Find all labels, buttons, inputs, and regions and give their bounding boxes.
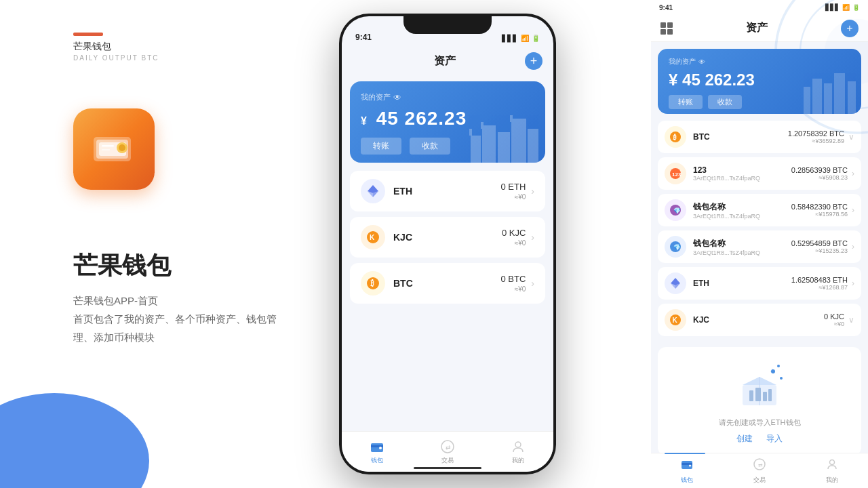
right-wallet2-balance: 0.52954859 BTC ≈¥15235.23 [791,239,848,254]
right-kjc-arrow-icon: ∨ [848,315,854,325]
right-status-icons: ▋▋▋ 📶 🔋 [825,4,860,11]
right-asset-card: 我的资产 👁 ¥ 45 262.23 转账 收款 [658,49,861,114]
svg-point-24 [379,447,382,449]
empty-state-text: 请先创建或导入ETH钱包 [669,418,850,428]
svg-text:K: K [673,317,678,324]
phone-coin-eth[interactable]: ETH 0 ETH ≈¥0 › [350,171,545,211]
right-add-button[interactable]: + [841,20,859,37]
phone-status-time: 9:41 [355,33,372,42]
right-wallet-nav-label: 钱包 [681,476,693,485]
svg-rect-61 [682,463,692,465]
phone-nav-tx[interactable]: ⇄ 交易 [439,439,456,465]
svg-text:₿: ₿ [370,279,374,287]
tx-nav-label: 交易 [441,456,454,465]
phone-receive-button[interactable]: 收款 [410,138,450,155]
right-kjc-info: KJC [693,315,824,325]
right-nav-active-indicator [665,453,705,454]
btc-name: BTC [393,278,500,289]
phone-coin-kjc[interactable]: K KJC 0 KJC ≈¥0 › [350,217,545,258]
phone-nav-wallet[interactable]: 钱包 [369,439,385,465]
phone-asset-card: 我的资产 👁 ¥ 45 262.23 转账 收款 [350,81,545,163]
right-panel: 9:41 ▋▋▋ 📶 🔋 资产 + 我的资产 👁 ¥ 45 262.23 转账 … [651,0,868,488]
signal-icon: ▋▋▋ [502,35,518,42]
svg-text:💎: 💎 [673,207,682,215]
phone-coin-list: ETH 0 ETH ≈¥0 › K KJC 0 [342,171,553,431]
btc-info: BTC [393,278,500,289]
right-coin-wallet2[interactable]: 💎 钱包名称 3ArEQt1R8...TsZ4fpaRQ 0.52954859 … [658,230,861,263]
svg-point-27 [515,442,521,447]
right-header: 资产 + [651,15,868,42]
svg-rect-35 [848,81,856,114]
right-coin-wallet1[interactable]: 💎 钱包名称 3ArEQt1R8...TsZ4fpaRQ 0.58482390 … [658,194,861,226]
right-123-info: 123 3ArEQt1R8...TsZ4fpaRQ [693,165,791,182]
right-wallet2-logo: 💎 [665,236,686,258]
wallet-nav-label: 钱包 [371,456,383,465]
svg-text:⇄: ⇄ [446,444,451,451]
subtitle-group: 芒果钱包 DAILY OUTPUT BTC [73,41,159,62]
phone-nav-profile[interactable]: 我的 [510,439,526,465]
btc-balance: 0 BTC ≈¥0 [500,274,526,293]
right-bottom-nav: 钱包 ⇄ 交易 我的 [651,453,868,488]
svg-rect-12 [511,119,526,163]
create-wallet-button[interactable]: 创建 [736,433,753,445]
app-icon [73,108,155,190]
svg-rect-7 [471,136,481,163]
right-wallet1-logo: 💎 [665,199,686,221]
phone-header: 资产 + [342,46,553,76]
right-transfer-button[interactable]: 转账 [669,95,703,109]
right-wallet1-arrow-icon: › [852,205,854,215]
svg-rect-34 [834,73,845,114]
btc-logo: ₿ [361,271,385,296]
right-receive-button[interactable]: 收款 [708,95,742,109]
right-wallet-nav-icon [680,458,694,474]
right-wallet1-balance: 0.58482390 BTC ≈¥15978.56 [791,203,848,218]
home-indicator [414,467,481,469]
right-header-title: 资产 [746,21,768,35]
svg-rect-13 [510,115,513,122]
add-wallet-button[interactable]: + [525,52,542,70]
empty-state-actions: 创建 导入 [669,433,850,445]
right-nav-profile[interactable]: 我的 [825,458,839,485]
phone-coin-btc[interactable]: ₿ BTC 0 BTC ≈¥0 › [350,263,545,304]
svg-text:⇄: ⇄ [757,462,762,468]
right-coin-btc[interactable]: ₿ BTC 1.20758392 BTC ≈¥36592.89 ∨ [658,121,861,153]
grid-dot-2 [667,22,673,28]
phone-inner: 9:41 ▋▋▋ 📶 🔋 资产 + [342,16,553,472]
right-coin-123[interactable]: 123 123 3ArEQt1R8...TsZ4fpaRQ 0.28563939… [658,157,861,190]
grid-dot-1 [660,22,666,28]
right-wallet1-info: 钱包名称 3ArEQt1R8...TsZ4fpaRQ [693,201,791,220]
grid-icon[interactable] [353,55,365,67]
right-nav-tx[interactable]: ⇄ 交易 [753,458,766,485]
svg-point-53 [780,377,783,380]
phone-header-title: 资产 [434,54,456,68]
phone-transfer-button[interactable]: 转账 [361,138,401,155]
right-eth-logo [665,272,686,294]
right-coin-kjc[interactable]: K KJC 0 KJC ≈¥0 ∨ [658,304,861,336]
eth-balance: 0 ETH ≈¥0 [500,182,526,201]
eth-logo [361,179,385,203]
import-wallet-button[interactable]: 导入 [766,433,783,445]
svg-rect-32 [812,79,822,114]
right-btc-logo: ₿ [665,126,686,148]
app-icon-container [73,108,155,190]
right-grid-icon[interactable] [660,22,673,35]
svg-point-62 [689,464,691,466]
right-eth-arrow-icon: › [852,279,854,288]
btc-arrow-icon: › [531,278,534,289]
grid-dot-3 [660,29,666,35]
phone-bottom-nav: 钱包 ⇄ 交易 我的 [342,431,553,472]
profile-nav-label: 我的 [512,456,524,465]
right-btc-balance: 1.20758392 BTC ≈¥36592.89 [788,129,844,144]
svg-text:+: + [770,367,774,375]
svg-rect-33 [824,83,832,114]
app-title-main: 芒果钱包 [73,249,171,283]
right-nav-wallet[interactable]: 钱包 [680,458,694,485]
right-eye-icon[interactable]: 👁 [698,58,705,66]
svg-rect-56 [749,390,753,401]
right-kjc-logo: K [665,309,686,331]
right-coin-eth[interactable]: ETH 1.62508483 ETH ≈¥1268.87 › [658,267,861,300]
right-btc-arrow-icon: ∨ [848,132,854,142]
svg-point-65 [829,460,834,464]
right-tx-nav-icon: ⇄ [753,458,766,474]
eye-icon[interactable]: 👁 [393,93,401,102]
